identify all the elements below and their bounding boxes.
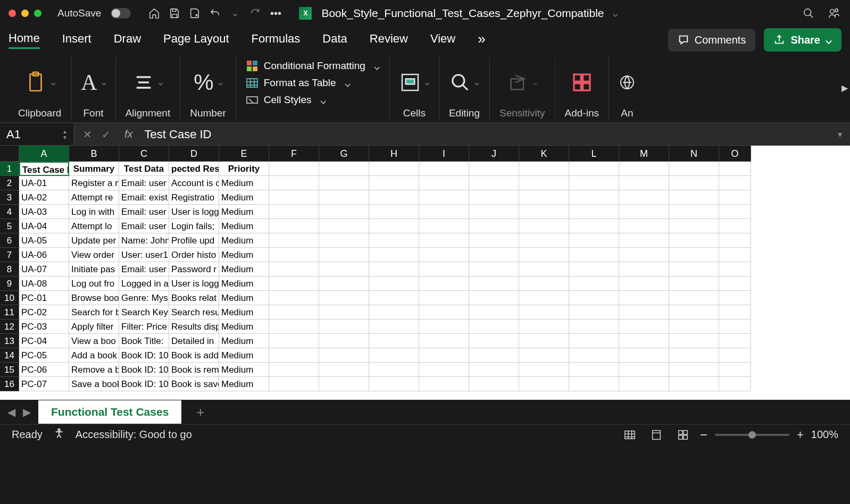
cell[interactable] (619, 320, 669, 334)
cell[interactable] (369, 190, 419, 205)
cell[interactable]: PC-04 (19, 334, 69, 348)
chevron-down-icon[interactable]: ⌵ (159, 78, 163, 87)
cell[interactable] (719, 363, 751, 377)
cell[interactable] (519, 377, 569, 391)
cell[interactable]: PC-03 (19, 320, 69, 334)
row-header[interactable]: 6 (0, 233, 19, 248)
cell[interactable] (669, 291, 719, 305)
cell[interactable]: Book ID: 10 (119, 377, 169, 391)
cell[interactable] (519, 291, 569, 305)
cell[interactable]: Browse boo (69, 291, 119, 305)
cell[interactable]: Email: exist (119, 190, 169, 205)
cell[interactable] (569, 233, 619, 248)
cell[interactable] (269, 276, 319, 291)
cell[interactable] (669, 190, 719, 205)
cell[interactable]: Medium (219, 205, 269, 219)
cell[interactable] (319, 377, 369, 391)
cell[interactable]: Medium (219, 291, 269, 305)
cell[interactable]: Filter: Price (119, 320, 169, 334)
cell[interactable]: Results disp (169, 320, 219, 334)
cell[interactable]: UA-04 (19, 219, 69, 233)
cell[interactable] (519, 320, 569, 334)
chevron-down-icon[interactable]: ⌵ (218, 78, 222, 87)
cell[interactable]: Genre: Mys (119, 291, 169, 305)
maximize-window-button[interactable] (34, 10, 41, 17)
cell[interactable] (519, 262, 569, 276)
cell[interactable] (319, 162, 369, 176)
cell[interactable] (719, 219, 751, 233)
cell[interactable]: Profile upd (169, 233, 219, 248)
cell[interactable] (669, 320, 719, 334)
row-header[interactable]: 16 (0, 377, 19, 391)
undo-icon[interactable] (207, 6, 222, 21)
cell[interactable]: Summary (69, 162, 119, 176)
cell[interactable] (319, 363, 369, 377)
cell[interactable] (269, 348, 319, 363)
cell[interactable] (419, 291, 469, 305)
cell[interactable] (519, 205, 569, 219)
row-header[interactable]: 11 (0, 305, 19, 320)
accessibility-icon[interactable] (53, 427, 65, 442)
cell[interactable] (569, 248, 619, 262)
cell[interactable] (519, 248, 569, 262)
zoom-slider[interactable] (715, 434, 789, 436)
cell[interactable]: User is logg (169, 276, 219, 291)
cell[interactable] (419, 219, 469, 233)
analyze-icon[interactable] (619, 74, 636, 91)
cell[interactable]: UA-07 (19, 262, 69, 276)
cell[interactable]: pected Resu (169, 162, 219, 176)
cell[interactable] (669, 205, 719, 219)
cell[interactable] (569, 363, 619, 377)
cell[interactable] (369, 348, 419, 363)
column-header[interactable]: A (19, 146, 69, 162)
cell[interactable]: Remove a b (69, 363, 119, 377)
tab-draw[interactable]: Draw (114, 32, 141, 48)
tab-home[interactable]: Home (9, 31, 40, 49)
cell[interactable]: PC-02 (19, 305, 69, 320)
column-header[interactable]: E (219, 146, 269, 162)
cell[interactable] (369, 334, 419, 348)
cell[interactable] (469, 248, 519, 262)
cell[interactable]: Attempt re (69, 190, 119, 205)
cell[interactable] (619, 162, 669, 176)
cell[interactable]: Book is save (169, 377, 219, 391)
add-sheet-button[interactable]: + (189, 404, 212, 421)
cell[interactable] (569, 190, 619, 205)
cell[interactable] (319, 205, 369, 219)
column-header[interactable]: G (319, 146, 369, 162)
cell[interactable] (719, 348, 751, 363)
cell[interactable] (669, 363, 719, 377)
cell[interactable] (569, 348, 619, 363)
cell[interactable]: Medium (219, 190, 269, 205)
cell[interactable] (669, 276, 719, 291)
cell[interactable]: PC-01 (19, 291, 69, 305)
cell[interactable] (519, 305, 569, 320)
cell[interactable] (269, 190, 319, 205)
cell[interactable] (569, 176, 619, 190)
cell[interactable] (469, 377, 519, 391)
cell[interactable]: Name: John (119, 233, 169, 248)
tab-formulas[interactable]: Formulas (252, 32, 301, 48)
cell[interactable] (269, 291, 319, 305)
zoom-out-button[interactable]: − (700, 427, 707, 442)
cell[interactable]: Add a book (69, 348, 119, 363)
cell[interactable] (319, 219, 369, 233)
cell[interactable] (269, 334, 319, 348)
cell[interactable] (669, 233, 719, 248)
cell[interactable] (369, 248, 419, 262)
cell[interactable] (519, 176, 569, 190)
name-box[interactable]: A1 ▲▼ (0, 123, 74, 145)
cell[interactable] (619, 363, 669, 377)
tab-view[interactable]: View (430, 32, 455, 48)
cell[interactable] (369, 291, 419, 305)
row-header[interactable]: 2 (0, 176, 19, 190)
cell[interactable] (519, 190, 569, 205)
cell[interactable]: UA-08 (19, 276, 69, 291)
cell[interactable] (669, 334, 719, 348)
column-header[interactable]: H (369, 146, 419, 162)
cell[interactable] (669, 262, 719, 276)
cell[interactable] (469, 233, 519, 248)
format-as-table-button[interactable]: Format as Table ⌵ (246, 77, 380, 89)
view-page-break-icon[interactable] (673, 427, 693, 442)
cell[interactable] (619, 233, 669, 248)
